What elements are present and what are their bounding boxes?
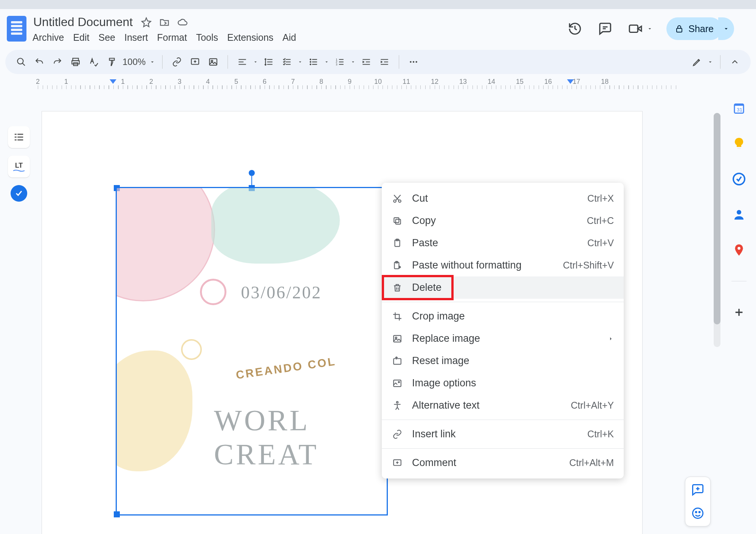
bulleted-list-icon[interactable]: [306, 54, 321, 69]
ruler-tick: 1: [121, 78, 125, 86]
ctx-link[interactable]: Insert linkCtrl+K: [382, 423, 624, 445]
ctx-crop[interactable]: Crop image: [382, 305, 624, 327]
ctx-comment[interactable]: CommentCtrl+Alt+M: [382, 452, 624, 474]
ctx-label: Paste without formatting: [412, 259, 522, 271]
ctx-copy[interactable]: CopyCtrl+C: [382, 210, 624, 232]
toolbar: 100% 123: [5, 50, 751, 74]
collapse-toolbar-icon[interactable]: [727, 54, 742, 69]
selected-image[interactable]: 03/06/202 CREANDO COL WORL CREAT: [116, 187, 388, 515]
svg-point-35: [398, 200, 401, 202]
editing-mode[interactable]: [692, 57, 713, 67]
contacts-app-icon[interactable]: [731, 206, 747, 223]
menu-edit[interactable]: Edit: [73, 32, 89, 43]
keep-app-icon[interactable]: [731, 135, 747, 152]
svg-point-18: [410, 61, 412, 63]
svg-point-49: [693, 508, 703, 519]
meet-icon[interactable]: [627, 20, 644, 37]
more-icon[interactable]: [406, 54, 421, 69]
menu-insert[interactable]: Insert: [124, 32, 148, 43]
chevron-down-icon[interactable]: [253, 59, 258, 65]
maps-app-icon[interactable]: [731, 242, 747, 258]
svg-rect-42: [393, 335, 401, 342]
redo-icon[interactable]: [50, 54, 65, 69]
comments-icon[interactable]: [597, 20, 613, 37]
share-button[interactable]: Share: [666, 17, 722, 40]
image-arc-text: CREANDO COL: [235, 355, 337, 382]
add-comment-icon[interactable]: [689, 482, 706, 498]
ctx-pastewf[interactable]: Paste without formattingCtrl+Shift+V: [382, 254, 624, 276]
svg-rect-31: [17, 137, 23, 138]
share-label: Share: [688, 23, 714, 34]
checklist-icon[interactable]: [279, 54, 294, 69]
zoom-selector[interactable]: 100%: [122, 57, 155, 67]
chevron-down-icon[interactable]: [324, 59, 329, 65]
chevron-down-icon[interactable]: [350, 59, 356, 65]
svg-rect-29: [17, 134, 23, 135]
document-title[interactable]: Untitled Document: [33, 14, 133, 30]
calendar-app-icon[interactable]: 31: [731, 100, 747, 116]
check-badge-icon[interactable]: [11, 185, 27, 202]
paste-icon: [392, 238, 403, 249]
search-icon[interactable]: [14, 54, 29, 69]
svg-rect-14: [312, 64, 317, 65]
svg-rect-7: [210, 59, 217, 65]
add-addon-icon[interactable]: [731, 304, 747, 321]
svg-point-26: [737, 210, 741, 215]
chevron-down-icon: [149, 59, 155, 65]
menu-aid[interactable]: Aid: [282, 32, 296, 43]
decrease-indent-icon[interactable]: [359, 54, 374, 69]
cloud-status-icon[interactable]: [177, 17, 188, 28]
ctx-delete[interactable]: Delete: [382, 276, 624, 299]
print-icon[interactable]: [68, 54, 83, 69]
insert-image-icon[interactable]: [206, 54, 221, 69]
ctx-options[interactable]: Image options: [382, 372, 624, 394]
spellcheck-icon[interactable]: [86, 54, 101, 69]
chevron-down-icon[interactable]: [297, 59, 303, 65]
horizontal-ruler[interactable]: 21123456789101112131415161718: [38, 78, 680, 89]
svg-rect-36: [396, 219, 401, 224]
undo-icon[interactable]: [32, 54, 47, 69]
share-dropdown[interactable]: [718, 17, 734, 40]
increase-indent-icon[interactable]: [377, 54, 392, 69]
left-rail: LT: [0, 111, 38, 534]
star-icon[interactable]: [141, 17, 152, 28]
svg-point-9: [310, 59, 311, 60]
submenu-arrow-icon: [608, 336, 614, 342]
menu-tools[interactable]: Tools: [196, 32, 218, 43]
line-spacing-icon[interactable]: [261, 54, 276, 69]
ctx-cut[interactable]: CutCtrl+X: [382, 187, 624, 210]
move-icon[interactable]: [159, 17, 170, 28]
rotate-handle[interactable]: [249, 170, 255, 176]
svg-point-51: [699, 512, 700, 513]
emoji-reaction-icon[interactable]: [689, 505, 706, 522]
ctx-reset[interactable]: Reset image: [382, 350, 624, 372]
svg-text:3: 3: [336, 63, 338, 66]
docs-logo-icon[interactable]: [7, 16, 26, 42]
left-indent-marker[interactable]: [110, 79, 116, 84]
history-icon[interactable]: [567, 20, 583, 37]
ruler-tick: 9: [348, 78, 352, 86]
outline-icon[interactable]: [8, 126, 30, 148]
chevron-down-icon[interactable]: [647, 26, 653, 32]
svg-point-27: [737, 247, 741, 250]
browser-chrome: [0, 0, 756, 9]
menu-archive[interactable]: Archive: [33, 32, 64, 43]
numbered-list-icon[interactable]: 123: [332, 54, 347, 69]
trash-icon: [392, 282, 403, 293]
ctx-alt[interactable]: Alternative textCtrl+Alt+Y: [382, 394, 624, 417]
paint-format-icon[interactable]: [104, 54, 119, 69]
ruler-tick: 17: [573, 78, 580, 86]
insert-comment-icon[interactable]: [187, 54, 203, 69]
menu-format[interactable]: Format: [157, 32, 187, 43]
insert-link-icon[interactable]: [169, 54, 184, 69]
ctx-shortcut: Ctrl+C: [587, 215, 614, 226]
menu-see[interactable]: See: [98, 32, 115, 43]
ctx-replace[interactable]: Replace image: [382, 327, 624, 350]
menu-extensions[interactable]: Extensions: [227, 32, 273, 43]
ctx-shortcut: Ctrl+Alt+M: [569, 457, 614, 468]
align-icon[interactable]: [235, 54, 250, 69]
image-icon: [392, 333, 403, 344]
ctx-paste[interactable]: PasteCtrl+V: [382, 232, 624, 254]
tasks-app-icon[interactable]: [731, 171, 747, 187]
languagetool-icon[interactable]: LT: [8, 156, 30, 177]
